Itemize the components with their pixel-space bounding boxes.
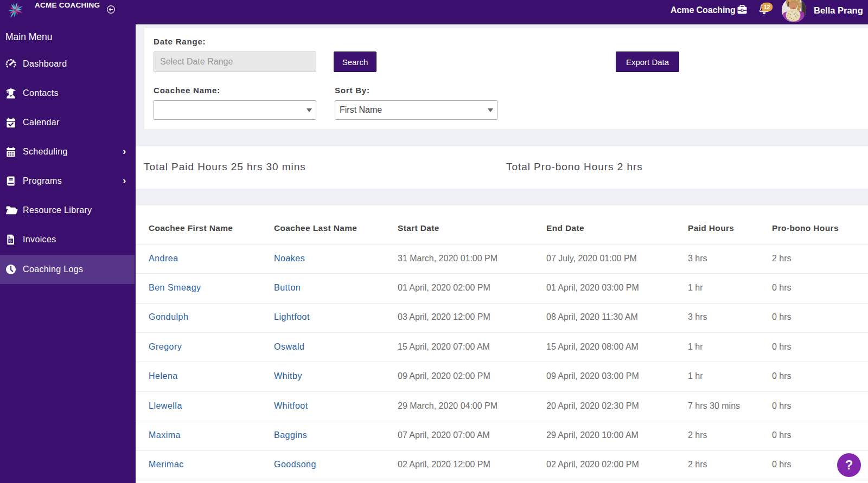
- svg-text:12: 12: [763, 4, 770, 10]
- svg-text:$: $: [9, 239, 12, 243]
